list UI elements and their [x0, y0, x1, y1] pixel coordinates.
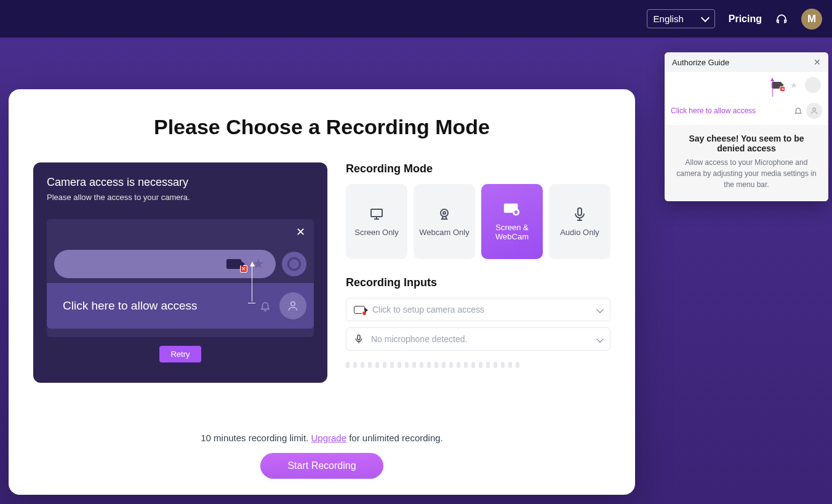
browser-mock: ✕ ✕ ★ Click here to allow access [47, 219, 314, 337]
address-bar-mock: ✕ ★ [54, 250, 276, 278]
circle-icon [805, 77, 821, 93]
headset-icon[interactable] [775, 13, 788, 25]
camera-input-select[interactable]: Click to setup camera access [346, 298, 610, 321]
recording-limit-note: 10 minutes recording limit. Upgrade for … [9, 433, 635, 443]
monitor-icon [367, 207, 386, 222]
microphone-icon [570, 207, 589, 222]
chevron-down-icon [596, 335, 603, 342]
page-title: Please Choose a Recording Mode [33, 115, 610, 139]
microphone-input-select[interactable]: No microphone detected. [346, 327, 610, 351]
popup-title: Authorize Guide [672, 58, 729, 67]
recording-inputs-title: Recording Inputs [346, 276, 610, 289]
star-icon: ★ [790, 81, 798, 90]
bell-icon [260, 300, 271, 311]
pointer-arrow-icon [252, 262, 252, 302]
audio-level-meter [346, 362, 610, 368]
language-label: English [654, 14, 684, 24]
top-bar: English Pricing M [0, 0, 832, 38]
chevron-down-icon [701, 13, 710, 22]
webcam-icon [435, 207, 454, 222]
svg-rect-7 [578, 208, 582, 215]
allow-access-hint: Click here to allow access [671, 106, 756, 115]
popup-description: Allow access to your Microphone and came… [674, 157, 818, 190]
upgrade-link[interactable]: Upgrade [311, 433, 346, 443]
svg-point-3 [443, 212, 446, 214]
screen-webcam-icon [503, 202, 521, 217]
svg-rect-8 [358, 335, 360, 340]
popup-heading: Say cheese! You seem to be denied access [674, 134, 818, 153]
svg-rect-1 [371, 209, 382, 217]
camera-blocked-icon: ✕ [772, 82, 782, 89]
main-card: Please Choose a Recording Mode Camera ac… [9, 89, 635, 495]
bell-icon [794, 106, 802, 115]
pointer-arrow-icon [772, 78, 773, 97]
mode-screen-and-webcam[interactable]: Screen & WebCam [481, 184, 543, 259]
authorize-guide-popup: Authorize Guide ✕ ✕ ★ Click here to allo… [665, 52, 828, 201]
mode-screen-only[interactable]: Screen Only [346, 184, 407, 259]
svg-point-0 [291, 302, 295, 306]
svg-point-9 [813, 108, 816, 111]
person-icon [806, 103, 822, 119]
avatar[interactable]: M [801, 9, 822, 30]
svg-point-6 [514, 210, 518, 214]
popup-guide-illustration: ✕ ★ Click here to allow access [665, 72, 828, 125]
microphone-icon [354, 334, 364, 344]
svg-point-2 [441, 209, 448, 217]
camera-panel-heading: Camera access is necessary [47, 176, 314, 189]
chevron-down-icon [596, 306, 603, 313]
person-icon [279, 292, 306, 319]
camera-blocked-icon: ✕ [226, 259, 241, 269]
camera-access-panel: Camera access is necessary Please allow … [33, 162, 327, 383]
close-icon: ✕ [296, 225, 305, 239]
mode-audio-only[interactable]: Audio Only [549, 184, 610, 259]
camera-icon [354, 306, 365, 314]
mode-webcam-only[interactable]: Webcam Only [414, 184, 475, 259]
start-recording-button[interactable]: Start Recording [260, 453, 383, 479]
allow-access-hint: Click here to allow access [63, 299, 198, 313]
recording-mode-title: Recording Mode [346, 162, 610, 175]
pricing-link[interactable]: Pricing [729, 14, 762, 25]
profile-circle-icon [282, 252, 306, 276]
language-select[interactable]: English [647, 9, 715, 28]
popup-close-button[interactable]: ✕ [814, 57, 821, 67]
retry-button[interactable]: Retry [159, 346, 201, 362]
camera-panel-sub: Please allow the access to your camera. [47, 193, 314, 202]
